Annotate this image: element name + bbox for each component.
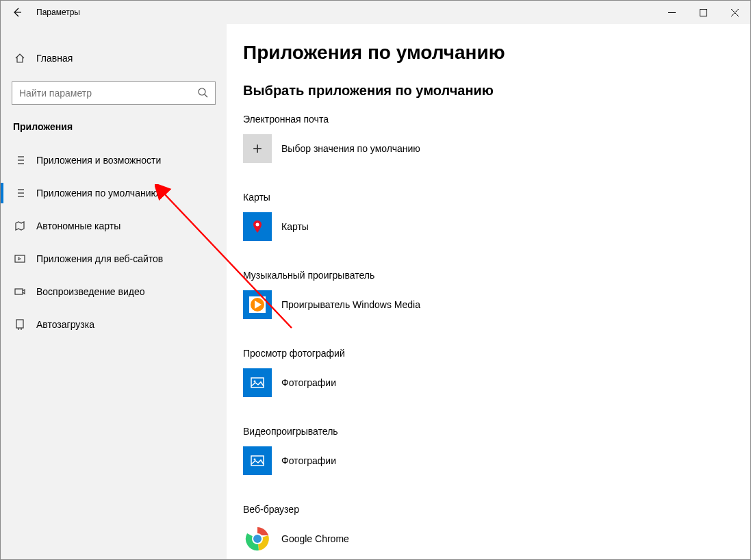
close-icon xyxy=(731,9,739,16)
sub-title: Выбрать приложения по умолчанию xyxy=(243,83,750,99)
sidebar-item-apps-websites[interactable]: Приложения для веб-сайтов xyxy=(1,244,227,273)
minimize-icon xyxy=(668,9,676,16)
svg-point-5 xyxy=(199,88,205,95)
category-label: Музыкальный проигрыватель xyxy=(243,270,750,281)
category-video: Видеопроигрыватель Фотографии xyxy=(243,426,750,475)
maximize-icon xyxy=(700,9,707,16)
sidebar-item-label: Приложения по умолчанию xyxy=(36,188,158,199)
search-input[interactable] xyxy=(19,88,197,99)
sidebar-item-label: Приложения и возможности xyxy=(36,155,161,166)
category-label: Веб-браузер xyxy=(243,504,750,515)
page-title: Приложения по умолчанию xyxy=(243,42,750,64)
app-name: Карты xyxy=(281,221,309,232)
app-choose-music[interactable]: Проигрыватель Windows Media xyxy=(243,290,750,319)
category-music: Музыкальный проигрыватель Проигрыватель … xyxy=(243,270,750,319)
sidebar-item-label: Воспроизведение видео xyxy=(36,286,144,297)
app-choose-browser[interactable]: Google Chrome xyxy=(243,524,750,553)
back-button[interactable] xyxy=(1,1,34,24)
svg-point-30 xyxy=(254,459,256,461)
app-choose-maps[interactable]: Карты xyxy=(243,212,750,241)
svg-point-33 xyxy=(253,535,262,543)
default-apps-icon xyxy=(13,187,27,199)
svg-rect-21 xyxy=(16,320,23,328)
offline-maps-icon xyxy=(13,220,27,232)
category-browser: Веб-браузер Google Chrome xyxy=(243,504,750,553)
photos-app-icon xyxy=(243,368,272,397)
sidebar-item-offline-maps[interactable]: Автономные карты xyxy=(1,212,227,240)
svg-rect-19 xyxy=(15,255,25,262)
sidebar-item-apps-features[interactable]: Приложения и возможности xyxy=(1,146,227,175)
svg-point-24 xyxy=(256,223,259,227)
sidebar-item-label: Приложения для веб-сайтов xyxy=(36,253,163,264)
svg-line-6 xyxy=(205,94,207,97)
app-choose-video[interactable]: Фотографии xyxy=(243,446,750,475)
app-name: Выбор значения по умолчанию xyxy=(281,143,420,154)
app-choose-email[interactable]: + Выбор значения по умолчанию xyxy=(243,134,750,163)
sidebar-item-video-playback[interactable]: Воспроизведение видео xyxy=(1,277,227,306)
window-controls xyxy=(656,1,750,24)
chrome-app-icon xyxy=(243,524,272,553)
category-photos: Просмотр фотографий Фотографии xyxy=(243,348,750,397)
apps-websites-icon xyxy=(13,253,27,265)
category-label: Электронная почта xyxy=(243,114,750,125)
window-title: Параметры xyxy=(36,8,80,17)
arrow-left-icon xyxy=(12,7,23,18)
sidebar-item-default-apps[interactable]: Приложения по умолчанию xyxy=(1,179,227,207)
sidebar-item-label: Автономные карты xyxy=(36,220,120,231)
category-label: Видеопроигрыватель xyxy=(243,426,750,437)
app-name: Проигрыватель Windows Media xyxy=(281,299,420,310)
app-name: Фотографии xyxy=(281,455,336,466)
search-box[interactable] xyxy=(12,81,216,105)
category-maps: Карты Карты xyxy=(243,192,750,241)
home-label: Главная xyxy=(36,53,73,64)
photos-app-icon xyxy=(243,446,272,475)
category-label: Карты xyxy=(243,192,750,203)
svg-rect-2 xyxy=(700,9,707,16)
sidebar-section-label: Приложения xyxy=(1,121,227,132)
sidebar-item-label: Автозагрузка xyxy=(36,319,94,330)
category-label: Просмотр фотографий xyxy=(243,348,750,359)
sidebar-item-startup[interactable]: Автозагрузка xyxy=(1,310,227,339)
close-button[interactable] xyxy=(719,1,750,24)
app-name: Google Chrome xyxy=(281,533,349,544)
app-choose-photos[interactable]: Фотографии xyxy=(243,368,750,397)
home-icon xyxy=(13,52,27,64)
main-content: Приложения по умолчанию Выбрать приложен… xyxy=(227,24,750,559)
category-email: Электронная почта + Выбор значения по ум… xyxy=(243,114,750,163)
wmp-app-icon xyxy=(243,290,272,319)
app-name: Фотографии xyxy=(281,377,336,388)
titlebar: Параметры xyxy=(1,1,750,24)
maps-app-icon xyxy=(243,212,272,241)
startup-icon xyxy=(13,318,27,331)
video-playback-icon xyxy=(13,285,27,298)
svg-rect-20 xyxy=(15,289,23,294)
apps-list-icon xyxy=(13,154,27,166)
home-link[interactable]: Главная xyxy=(1,44,227,72)
sidebar: Главная Приложения Приложения и возможно… xyxy=(1,24,227,559)
plus-icon: + xyxy=(243,134,272,163)
minimize-button[interactable] xyxy=(656,1,687,24)
maximize-button[interactable] xyxy=(687,1,719,24)
svg-point-28 xyxy=(254,381,256,383)
search-icon xyxy=(197,87,208,100)
